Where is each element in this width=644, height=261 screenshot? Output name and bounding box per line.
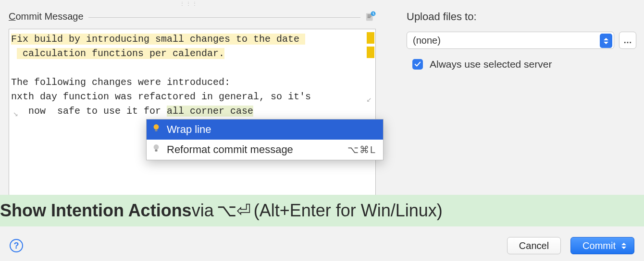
commit-message-label: Commit Message — [9, 11, 84, 22]
intention-item[interactable]: Wrap line — [147, 119, 383, 140]
always-use-server-checkbox[interactable] — [412, 59, 423, 70]
commit-line: The following changes were introduced: — [11, 75, 373, 90]
help-icon[interactable]: ? — [10, 239, 23, 252]
commit-line: nxth day function was refactored in gene… — [11, 90, 373, 104]
commit-line: Fix build by introducing small changes t… — [11, 32, 373, 47]
bulb-icon — [151, 123, 161, 136]
commit-message-label-text: ommit Message — [15, 11, 83, 22]
hint-banner-tail: (Alt+Enter for Win/Linux) — [254, 201, 443, 221]
commit-history-icon[interactable] — [365, 11, 376, 22]
hint-banner-keys: ⌥⏎ — [217, 201, 251, 221]
commit-line: calculation functions per calendar. — [11, 47, 373, 61]
wrap-left-icon: ↘ — [13, 107, 18, 121]
hint-banner-bold: Show Intention Actions — [0, 201, 192, 221]
commit-message-textarea[interactable]: Fix build by introducing small changes t… — [9, 29, 376, 196]
dialog-button-bar: ? Cancel Commit — [0, 230, 644, 261]
upload-files-label: Upload files to: — [407, 11, 637, 23]
svg-point-5 — [154, 124, 159, 130]
commit-message-header: Commit Message — [9, 10, 376, 23]
intention-item[interactable]: Reformat commit message⌥⌘L — [147, 140, 383, 160]
hint-banner: Show Intention Actions via ⌥⏎ (Alt+Enter… — [0, 195, 644, 226]
svg-rect-6 — [155, 130, 158, 131]
divider — [88, 17, 360, 18]
intention-actions-popup: Wrap lineReformat commit message⌥⌘L — [146, 119, 384, 160]
intention-item-shortcut: ⌥⌘L — [347, 144, 376, 155]
bulb-icon — [151, 143, 161, 156]
always-use-server-label: Always use selected server — [430, 59, 552, 70]
commit-button[interactable]: Commit — [570, 237, 634, 254]
svg-rect-8 — [155, 150, 158, 152]
drag-handle[interactable]: ⋮⋮⋮ — [180, 1, 198, 6]
upload-server-value: (none) — [413, 35, 441, 46]
upload-server-select[interactable]: (none) — [407, 32, 614, 49]
more-servers-button[interactable]: … — [619, 32, 636, 49]
commit-button-label: Commit — [582, 240, 616, 251]
cancel-button-label: Cancel — [519, 240, 549, 251]
commit-line — [11, 61, 373, 75]
intention-item-label: Reformat commit message — [167, 143, 293, 156]
chevron-updown-icon — [600, 34, 612, 48]
svg-point-7 — [154, 144, 159, 150]
commit-line: ↘ now safe to use it for all corner case — [11, 104, 373, 119]
chevron-updown-icon — [620, 241, 627, 250]
hint-banner-mid: via — [192, 201, 214, 221]
intention-item-label: Wrap line — [167, 123, 211, 136]
cancel-button[interactable]: Cancel — [507, 237, 561, 254]
